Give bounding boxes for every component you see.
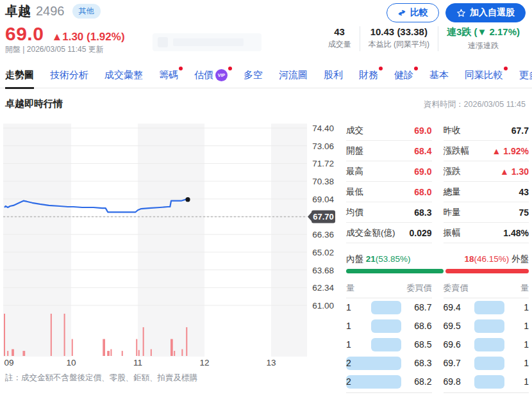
footnote: 註：成交金額不含盤後定價、零股、鉅額、拍賣及標購 [5, 373, 197, 383]
watermark-text [173, 38, 244, 46]
quote-value: 68.3 [414, 207, 431, 218]
order-volume: 1 [524, 321, 529, 331]
tab-股利[interactable]: 股利 [324, 65, 343, 87]
watermark [153, 33, 262, 51]
quote-label: 開盤 [346, 145, 363, 157]
inner-outer-header: 內盤 21(53.85%) 18(46.15%) 外盤 [346, 254, 529, 265]
ask-row[interactable]: 169.7 [444, 354, 529, 373]
header-actions: 比較 加入自選股 [387, 3, 526, 22]
volume-bar [474, 357, 504, 370]
category-badge[interactable]: 其他 [72, 4, 101, 19]
stat-value: 43 [328, 26, 351, 37]
quote-row: 最高69.0 [346, 161, 432, 182]
add-watchlist-label: 加入自選股 [470, 7, 515, 19]
tab-多空[interactable]: 多空 [244, 65, 263, 87]
add-watchlist-button[interactable]: 加入自選股 [445, 3, 526, 22]
order-price: 69.7 [444, 358, 461, 368]
stat-label: 成交量 [328, 39, 351, 50]
stock-code: 2496 [36, 4, 65, 19]
tab-基本[interactable]: 基本 [429, 65, 449, 87]
quote-panel: 成交69.0開盤68.4最高69.0最低68.0均價68.3成交金額(億)0.0… [346, 120, 529, 395]
bid-row[interactable]: 268.2 [346, 373, 432, 391]
tab-同業比較[interactable]: 同業比較 [465, 65, 503, 87]
order-volume: 1 [346, 321, 351, 331]
bid-vol-header: 量 [346, 282, 354, 294]
bid-row[interactable]: 168.6 [346, 317, 432, 335]
tab-籌碼[interactable]: 籌碼 [159, 65, 178, 87]
orderbook-ask-side: 委賣價 量 169.4169.5169.6169.7169.8小計5 [444, 280, 529, 395]
intraday-chart[interactable]: 74.4073.0671.7270.3869.0466.3665.0263.68… [0, 120, 343, 371]
tab-label: 走勢圖 [5, 69, 34, 81]
quote-value: 75 [519, 207, 529, 218]
tab-健診[interactable]: 健診 [394, 65, 413, 87]
notification-dot-icon [379, 67, 383, 70]
tab-label: 成交彙整 [104, 69, 143, 81]
order-volume: 1 [346, 339, 351, 350]
order-price: 69.6 [444, 339, 461, 350]
svg-text:71.72: 71.72 [312, 159, 334, 168]
quote-col-left: 成交69.0開盤68.4最高69.0最低68.0均價68.3成交金額(億)0.0… [346, 120, 432, 243]
outer-label: 外盤 [511, 254, 529, 264]
outer-stat: 18(46.15%) 外盤 [464, 254, 529, 265]
quote-value: 67.7 [511, 125, 529, 136]
quote-row: 漲跌▲ 1.30 [444, 161, 529, 182]
tab-label: 財務 [359, 69, 378, 81]
main-tab-bar: 走勢圖技術分析成交彙整籌碼估價VIP多空河流圖股利財務健診基本同業比較更多... [0, 65, 532, 88]
tab-label: 技術分析 [50, 69, 88, 81]
bid-row[interactable]: 268.3 [346, 354, 432, 373]
order-price: 68.2 [414, 376, 431, 387]
ask-row[interactable]: 169.8 [444, 373, 529, 391]
section-title: 卓越即時行情 [5, 98, 63, 110]
svg-text:62.34: 62.34 [312, 283, 334, 293]
stock-name: 卓越 [5, 3, 31, 20]
order-volume: 1 [524, 302, 529, 312]
quote-value: 43 [519, 187, 529, 197]
ask-row[interactable]: 169.5 [444, 317, 529, 335]
order-volume: 1 [346, 302, 351, 312]
compare-button[interactable]: 比較 [387, 3, 439, 22]
tab-更多[interactable]: 更多... [519, 65, 532, 87]
tab-技術分析[interactable]: 技術分析 [50, 65, 88, 87]
order-volume: 2 [346, 358, 351, 368]
volume-bar [371, 319, 401, 333]
order-price: 68.7 [414, 302, 431, 312]
inner-outer-bar [346, 269, 529, 273]
quote-row: 成交69.0 [346, 120, 432, 141]
tab-河流圖[interactable]: 河流圖 [279, 65, 308, 87]
ask-row[interactable]: 169.4 [444, 298, 529, 317]
svg-text:13: 13 [266, 358, 276, 367]
stat-label: 本益比 (同業平均) [369, 39, 429, 50]
quote-label: 最低 [346, 186, 363, 198]
tab-走勢圖[interactable]: 走勢圖 [5, 65, 34, 89]
svg-text:67.70: 67.70 [313, 212, 334, 222]
tab-label: 基本 [429, 69, 449, 81]
quote-row: 昨量75 [444, 202, 529, 223]
volume-bar [371, 301, 401, 314]
svg-text:69.04: 69.04 [312, 195, 334, 204]
tab-財務[interactable]: 財務 [359, 65, 378, 87]
tab-label: 多空 [244, 69, 263, 81]
quote-label: 最高 [346, 166, 363, 177]
notification-dot-icon [179, 67, 183, 70]
tab-label: 河流圖 [279, 69, 308, 81]
tab-label: 更多... [519, 69, 532, 81]
bid-row[interactable]: 168.5 [346, 335, 432, 354]
quote-row: 漲跌幅▲ 1.92% [444, 141, 529, 161]
svg-text:66.36: 66.36 [312, 230, 334, 239]
ask-row[interactable]: 169.6 [444, 335, 529, 354]
stat-value: 連3跌 (▼ 2.17%) [447, 26, 520, 38]
notification-dot-icon [504, 67, 508, 70]
order-price: 68.6 [414, 321, 431, 331]
bid-row[interactable]: 168.7 [346, 298, 432, 317]
bid-subtotal-row: 7小計 [346, 392, 432, 395]
header-stat-1: 10.43 (33.38)本益比 (同業平均) [360, 26, 438, 51]
tab-估價[interactable]: 估價VIP [194, 65, 228, 87]
outer-count: 18 [464, 254, 474, 264]
quote-value: 68.4 [414, 146, 431, 156]
svg-text:11: 11 [133, 358, 142, 367]
tab-label: 籌碼 [159, 69, 178, 81]
quote-label: 總量 [444, 186, 461, 198]
inner-bar-segment [346, 269, 444, 273]
tab-成交彙整[interactable]: 成交彙整 [104, 65, 143, 87]
svg-text:12: 12 [199, 358, 209, 367]
